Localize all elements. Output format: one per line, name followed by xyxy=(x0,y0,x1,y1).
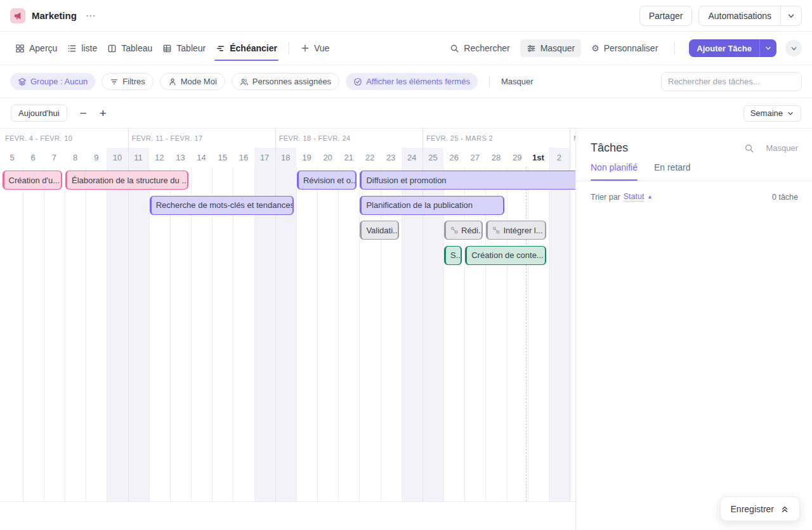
grid-icon xyxy=(15,44,25,53)
tab-overview[interactable]: Aperçu xyxy=(10,32,62,65)
tab-unscheduled[interactable]: Non planifié xyxy=(591,162,638,181)
task-bar[interactable]: Création de conte... xyxy=(465,246,546,265)
range-select[interactable]: Semaine xyxy=(743,105,801,122)
add-view-button[interactable]: Vue xyxy=(296,32,334,65)
day-header-label: 9 xyxy=(86,148,107,167)
weekend-column xyxy=(128,148,149,501)
search-icon[interactable] xyxy=(744,143,754,153)
add-task-button[interactable]: Ajouter Tâche xyxy=(689,39,776,57)
panel-tabs: Non planifié En retard xyxy=(576,162,812,181)
day-header-label: 29 xyxy=(507,148,528,167)
hide-filters-button[interactable]: Masquer xyxy=(501,77,534,86)
me-mode-label: Mode Moi xyxy=(181,77,217,86)
search-button[interactable]: Rechercher xyxy=(443,39,516,57)
tasks-panel-title: Tâches xyxy=(591,141,628,155)
task-bar[interactable]: Planification de la publication xyxy=(360,196,504,215)
today-button[interactable]: Aujourd'hui xyxy=(11,105,67,122)
task-search-input[interactable] xyxy=(661,72,802,91)
task-bar[interactable]: Élaboration de la structure du ... xyxy=(65,171,188,190)
tab-spreadsheet[interactable]: Tableur xyxy=(157,32,211,65)
people-icon xyxy=(240,77,249,86)
task-bar-label: Révision et o... xyxy=(303,176,357,185)
sort-asc-icon[interactable]: ▲ xyxy=(647,194,652,200)
task-bar[interactable]: S... xyxy=(444,246,462,265)
task-bar[interactable]: Recherche de mots-clés et tendances xyxy=(150,196,294,215)
day-gridline xyxy=(296,167,297,501)
content-area: 5678910111213141516171819202122232425262… xyxy=(0,128,812,530)
chevron-down-icon[interactable] xyxy=(780,6,801,25)
timeline-icon xyxy=(216,44,225,53)
gear-icon: ⚙ xyxy=(591,43,599,53)
person-icon xyxy=(168,77,177,86)
task-bar-label: Création de conte... xyxy=(471,250,543,260)
day-gridline xyxy=(485,167,486,501)
check-circle-icon xyxy=(353,77,362,86)
me-mode-pill[interactable]: Mode Moi xyxy=(160,73,225,90)
day-header-label: 7 xyxy=(44,148,65,167)
view-tabbar: Aperçu liste Tableau Tableur Échéancier … xyxy=(0,32,812,65)
filter-icon xyxy=(110,77,119,86)
tab-timeline[interactable]: Échéancier xyxy=(211,32,282,65)
divider xyxy=(289,42,289,55)
automations-button[interactable]: Automatisations xyxy=(698,6,802,26)
task-bar-label: Recherche de mots-clés et tendances xyxy=(156,200,294,210)
task-bar[interactable]: Validati... xyxy=(360,221,398,240)
task-bar-label: Diffusion et promotion xyxy=(366,176,446,185)
chevron-down-icon[interactable] xyxy=(759,39,776,57)
day-gridline xyxy=(191,167,192,501)
share-button[interactable]: Partager xyxy=(639,6,693,26)
filters-pill[interactable]: Filtres xyxy=(102,73,153,90)
week-boundary-line xyxy=(275,129,276,501)
more-menu-icon[interactable]: ⋯ xyxy=(86,10,97,22)
weekend-column xyxy=(549,148,570,501)
zoom-out-button[interactable]: − xyxy=(80,107,87,119)
plus-icon xyxy=(301,44,310,53)
chevron-down-icon xyxy=(790,44,798,53)
sliders-icon xyxy=(527,44,536,53)
tab-spreadsheet-label: Tableur xyxy=(176,43,206,53)
task-bar[interactable]: Diffusion et promotion xyxy=(360,171,575,190)
task-bar-label: Rédi... xyxy=(461,226,483,235)
filters-label: Filtres xyxy=(122,77,145,86)
zoom-in-button[interactable]: + xyxy=(100,107,107,119)
tab-list-label: liste xyxy=(81,43,97,53)
day-header-label: 18 xyxy=(275,148,296,167)
day-gridline xyxy=(359,167,360,501)
day-gridline xyxy=(23,167,23,501)
collapse-toolbar-button[interactable] xyxy=(785,40,802,56)
tab-board[interactable]: Tableau xyxy=(102,32,157,65)
assignees-pill[interactable]: Personnes assignées xyxy=(232,73,339,90)
hide-label: Masquer xyxy=(540,43,575,53)
timeline-view-app: Marketing ⋯ Partager Automatisations Ape… xyxy=(0,0,812,530)
group-by-pill[interactable]: Groupe : Aucun xyxy=(10,73,95,90)
task-bar[interactable]: Révision et o... xyxy=(297,171,357,190)
task-bar[interactable]: Rédi... xyxy=(444,221,483,240)
panel-sort-row: Trier par Statut ▲ 0 tâche xyxy=(576,181,812,202)
chevron-down-icon xyxy=(787,110,794,117)
day-header-label: 17 xyxy=(254,148,275,167)
hide-button[interactable]: Masquer xyxy=(520,39,581,57)
task-bar[interactable]: Intégrer l... xyxy=(486,221,546,240)
save-button[interactable]: Enregistrer xyxy=(720,496,800,521)
show-closed-label: Afficher les éléments fermés xyxy=(366,77,470,86)
day-header-label: 23 xyxy=(381,148,402,167)
megaphone-icon xyxy=(10,8,25,23)
day-gridline xyxy=(65,167,65,501)
task-bar[interactable]: Création d'u... xyxy=(3,171,63,190)
sort-by-label: Trier par xyxy=(591,193,620,202)
week-header-label: FÉVR. 4 - FÉVR. 10 xyxy=(5,129,72,148)
automations-label[interactable]: Automatisations xyxy=(699,6,780,25)
hide-panel-button[interactable]: Masquer xyxy=(766,143,798,153)
tab-list[interactable]: liste xyxy=(62,32,102,65)
day-header-label: 13 xyxy=(170,148,191,167)
day-gridline xyxy=(317,167,318,501)
show-closed-pill[interactable]: Afficher les éléments fermés xyxy=(346,73,478,90)
list-icon xyxy=(67,44,77,53)
day-header-label: 1st xyxy=(528,148,549,167)
customize-label: Personnaliser xyxy=(604,43,658,53)
customize-button[interactable]: ⚙ Personnaliser xyxy=(585,39,664,57)
sort-field-button[interactable]: Statut xyxy=(624,192,645,202)
add-task-label[interactable]: Ajouter Tâche xyxy=(689,39,759,57)
tab-overdue[interactable]: En retard xyxy=(654,162,691,181)
tab-overview-label: Aperçu xyxy=(29,43,57,53)
